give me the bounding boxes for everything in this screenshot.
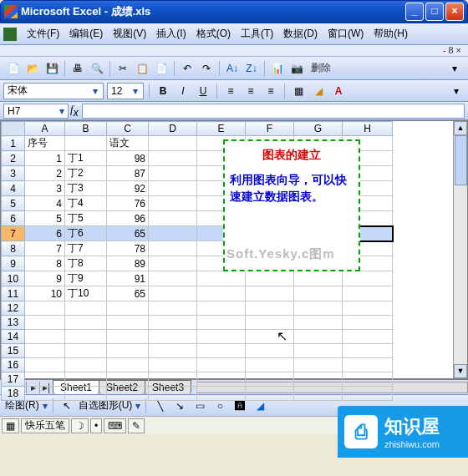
cell[interactable] [343,344,393,358]
scroll-up-icon[interactable]: ▲ [454,121,467,135]
cell[interactable] [246,358,294,372]
cell[interactable] [343,286,393,301]
menu-file[interactable]: 文件(F) [22,25,64,43]
cell[interactable] [149,241,197,256]
scroll-thumb[interactable] [455,135,467,185]
cell[interactable] [294,372,343,387]
menu-data[interactable]: 数据(D) [278,25,323,43]
cell[interactable] [294,344,343,358]
cell[interactable] [294,387,343,401]
cell[interactable] [25,358,65,372]
cell[interactable] [149,330,197,344]
cell[interactable] [246,286,294,301]
cell[interactable] [65,301,107,316]
bold-button[interactable]: B [155,83,171,99]
align-center-icon[interactable]: ≡ [242,83,259,99]
cell[interactable] [343,387,393,401]
cell[interactable]: 丁1 [65,151,107,166]
cell[interactable] [149,136,197,151]
cell[interactable]: 5 [25,211,65,226]
cell[interactable] [246,271,294,286]
cell[interactable]: 4 [25,196,65,211]
cell[interactable] [25,387,65,401]
row-header[interactable]: 1 [2,136,25,151]
menu-view[interactable]: 视图(V) [108,25,151,43]
row-header[interactable]: 16 [2,358,25,372]
chevron-down-icon[interactable]: ▾ [59,105,64,117]
cell[interactable] [246,316,294,330]
cell[interactable] [343,330,393,344]
row-header[interactable]: 15 [2,344,25,358]
cell[interactable]: 92 [107,181,149,196]
cell[interactable] [65,344,107,358]
cell[interactable] [149,358,197,372]
cell[interactable] [294,358,343,372]
undo-icon[interactable]: ↶ [179,60,196,77]
cell[interactable] [25,344,65,358]
cut-icon[interactable]: ✂ [114,60,131,77]
align-left-icon[interactable]: ≡ [222,83,239,99]
font-color-icon[interactable]: A [330,83,347,99]
name-box[interactable]: H7 ▾ [3,104,69,119]
cell[interactable] [294,301,343,316]
cell[interactable] [149,344,197,358]
cell[interactable]: 8 [25,256,65,271]
cell[interactable] [65,372,107,387]
row-header[interactable]: 13 [2,316,25,330]
cell[interactable] [149,181,197,196]
cell[interactable] [294,316,343,330]
fill-color-icon[interactable]: ◢ [310,83,327,99]
cell[interactable] [343,316,393,330]
cell[interactable]: 9 [25,271,65,286]
preview-icon[interactable]: 🔍 [89,60,105,77]
ime-keyboard-icon[interactable]: ⌨ [104,418,126,433]
row-header[interactable]: 5 [2,196,25,211]
cell[interactable]: 丁2 [65,166,107,181]
cell[interactable] [149,316,197,330]
cell[interactable]: 91 [107,271,149,286]
ime-dot-icon[interactable]: • [90,418,102,433]
chart-icon[interactable]: 📊 [269,60,286,77]
cell[interactable]: 丁7 [65,241,107,256]
copy-icon[interactable]: 📋 [134,60,150,77]
cell[interactable] [149,271,197,286]
cell[interactable] [149,256,197,271]
cell[interactable] [25,316,65,330]
cell[interactable]: 丁6 [65,226,107,241]
cell[interactable] [197,316,246,330]
row-header[interactable]: 7 [2,226,25,241]
cell[interactable] [107,316,149,330]
chevron-down-icon[interactable]: ▾ [130,85,141,97]
cell[interactable] [197,271,246,286]
cell[interactable] [149,387,197,401]
cell[interactable] [343,301,393,316]
open-icon[interactable]: 📂 [24,60,41,77]
col-header[interactable]: A [25,122,65,136]
ime-name[interactable]: 快乐五笔 [21,418,69,433]
cell[interactable] [197,387,246,401]
sort-asc-icon[interactable]: A↓ [224,60,241,77]
cell[interactable]: 3 [25,181,65,196]
vertical-scrollbar[interactable]: ▲ ▼ [453,121,467,378]
cell[interactable] [294,330,343,344]
cell[interactable]: 6 [25,226,65,241]
cell[interactable] [246,344,294,358]
sort-desc-icon[interactable]: Z↓ [243,60,260,77]
cell[interactable] [25,372,65,387]
cell[interactable] [107,387,149,401]
row-header[interactable]: 8 [2,241,25,256]
ime-toggle-icon[interactable]: ▦ [2,418,19,433]
cell[interactable] [149,166,197,181]
cell[interactable] [343,372,393,387]
col-header[interactable]: D [149,122,197,136]
cell[interactable]: 语文 [107,136,149,151]
cell[interactable] [149,226,197,241]
menu-format[interactable]: 格式(O) [191,25,236,43]
cell[interactable] [197,344,246,358]
col-header[interactable]: E [197,122,246,136]
cell[interactable] [197,301,246,316]
delete-label[interactable]: 删除 [311,61,331,75]
cell[interactable] [246,372,294,387]
cell[interactable] [197,372,246,387]
italic-button[interactable]: I [175,83,191,99]
